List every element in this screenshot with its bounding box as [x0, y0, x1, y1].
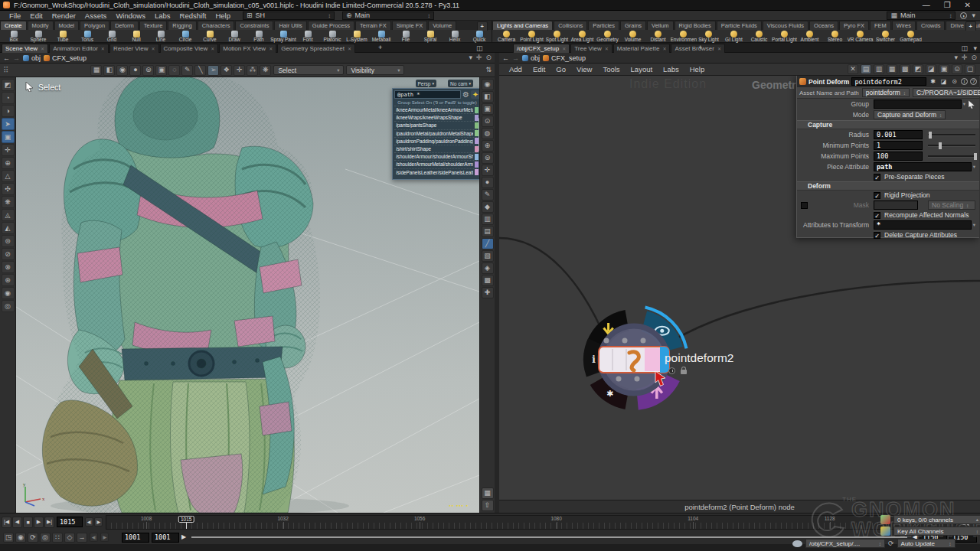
menu-item[interactable]: File	[5, 11, 25, 20]
maximum-points-slider[interactable]	[928, 155, 975, 158]
range-step-fwd-icon[interactable]: |▶	[100, 533, 109, 542]
mask-scaling-dropdown[interactable]: No Scaling↕	[928, 201, 975, 210]
node-name-label[interactable]: pointdeform2	[665, 351, 733, 365]
display-option-icon[interactable]: ◉	[482, 79, 494, 90]
group-list-item[interactable]: /shirt/shirtShape	[394, 145, 479, 152]
shelf-tool[interactable]: Point Light	[519, 30, 544, 43]
dropdown-arrow-icon[interactable]: ▾	[469, 54, 472, 61]
network-editor-canvas[interactable]: Indie Edition Geometry i ✱	[499, 76, 980, 500]
shelf-tool[interactable]: Environment Light	[671, 30, 696, 43]
visibility-dropdown[interactable]: Visibility▾	[346, 65, 404, 75]
gear-star-icon[interactable]: ✱	[929, 78, 937, 85]
help-icon[interactable]: ?	[970, 78, 977, 85]
pane-tab[interactable]: Motion FX View✕	[219, 44, 276, 53]
side-tool-icon[interactable]: ◬	[2, 209, 15, 221]
path-root[interactable]: obj	[522, 54, 540, 62]
shelf-tab[interactable]: Rigid Bodies	[675, 21, 716, 30]
scene-viewport[interactable]: Select Persp▾ No cam▾ @path * ⚙ ✦ Group …	[16, 77, 479, 513]
network-menu-item[interactable]: Layout	[626, 65, 658, 73]
radius-slider[interactable]	[928, 134, 975, 136]
close-tab-icon[interactable]: ✕	[348, 46, 351, 51]
refresh-icon[interactable]: ⟳	[888, 540, 894, 547]
viewport-tool-icon[interactable]: ▦	[90, 65, 102, 76]
network-menu-item[interactable]: View	[571, 65, 597, 73]
shelf-tab[interactable]: Crowds	[916, 21, 945, 30]
playbar-option-icon[interactable]: ∷	[52, 533, 63, 543]
lens-icon[interactable]: ⊙	[485, 54, 492, 61]
menu-item[interactable]: Labs	[150, 11, 175, 20]
playbar-option-icon[interactable]: ◎	[40, 533, 51, 543]
side-tool-icon[interactable]: ⊛	[2, 274, 15, 286]
shelf-tool[interactable]: Stereo Camera	[822, 30, 848, 43]
side-tool-icon[interactable]: △	[2, 170, 15, 182]
close-tab-icon[interactable]: ✕	[152, 46, 155, 51]
shelf-tab[interactable]: Polygon	[80, 21, 109, 30]
timeline-ruler[interactable]: 100810321056108011041128 1015	[106, 515, 956, 530]
shelf-tab[interactable]: Terrain FX	[355, 21, 391, 30]
shelf-tab[interactable]: Hair Utils	[274, 21, 306, 30]
shelf-tab[interactable]: FEM	[870, 21, 891, 30]
shelf-tool[interactable]: L-System	[345, 30, 369, 43]
network-toolbar-icon[interactable]: ▤	[861, 64, 871, 74]
shelf-tool[interactable]: Path	[247, 30, 271, 43]
group-filter-input[interactable]: @path *	[394, 90, 461, 99]
display-option-icon[interactable]: ◆	[482, 201, 494, 213]
network-menu-item[interactable]: Labs	[658, 65, 684, 73]
context-dropdown[interactable]: /obj/CFX_setup/....↕	[805, 539, 885, 548]
select-mode-dropdown[interactable]: Select▾	[273, 65, 344, 75]
pane-tab[interactable]: Composite View✕	[160, 44, 219, 53]
close-tab-icon[interactable]: ✕	[211, 46, 214, 51]
side-tool-icon[interactable]: ❋	[2, 196, 15, 208]
attributes-transform-field[interactable]: *	[874, 220, 972, 230]
shelf-tool[interactable]: Sky Light	[696, 30, 721, 43]
persp-view-label[interactable]: Persp▾	[416, 80, 437, 87]
close-button[interactable]: ✕	[965, 1, 971, 9]
shelf-tool[interactable]: Geometry Light	[595, 30, 620, 43]
pane-tab[interactable]: Tree View✕	[570, 44, 612, 53]
dropdown-arrow-icon[interactable]: ▾	[954, 54, 958, 61]
shelf-tab[interactable]: Lights and Cameras	[492, 21, 553, 30]
network-toolbar-icon[interactable]: ▦	[887, 64, 897, 74]
viewport-tool-icon[interactable]: ➢	[207, 65, 219, 76]
radius-field[interactable]: 0.001	[874, 130, 923, 139]
network-toolbar-icon[interactable]: ▥	[874, 64, 884, 74]
range-handle-left-icon[interactable]: ▶	[181, 534, 186, 540]
shelf-tool[interactable]: File	[394, 30, 418, 43]
desktop-selector-right[interactable]: ▦Main↕	[887, 11, 956, 20]
display-option-icon[interactable]: ▥	[482, 214, 494, 225]
display-option-icon[interactable]: ╱	[482, 238, 494, 249]
delete-capture-checkbox[interactable]: ✓	[874, 232, 880, 239]
dropdown-arrow-icon[interactable]: ▾	[963, 101, 965, 107]
toolbar-expand-icon[interactable]: ⇅	[485, 67, 492, 73]
shelf-tool[interactable]: Spiral	[418, 30, 443, 43]
forward-arrow-icon[interactable]: →	[13, 54, 20, 62]
forward-arrow-icon[interactable]: →	[512, 54, 519, 62]
shelf-tool[interactable]: Portal Light	[772, 30, 797, 43]
shelf-tool[interactable]: Area Light	[570, 30, 595, 43]
network-menu-item[interactable]: Go	[550, 65, 571, 73]
playback-start-field[interactable]: 1001	[152, 533, 179, 543]
add-shelf-tab-button[interactable]: +	[965, 21, 976, 31]
shelf-tab[interactable]: Viscous Fluids	[763, 21, 808, 30]
shelf-tab[interactable]: Guide Process	[308, 21, 354, 30]
menu-item[interactable]: Assets	[80, 11, 112, 20]
shelf-tool[interactable]: Curve Bezier	[198, 30, 222, 43]
pick-arrow-icon[interactable]	[968, 100, 975, 109]
message-bubble-icon[interactable]	[792, 540, 802, 547]
dropdown-arrow-icon[interactable]: ▾	[973, 222, 975, 228]
desktop-selector[interactable]: ⊕Main↕	[342, 11, 434, 20]
close-tab-icon[interactable]: ✕	[101, 46, 105, 51]
side-tool-icon[interactable]: ◩	[2, 79, 15, 91]
side-tool-icon[interactable]: ◉	[2, 287, 15, 299]
stop-icon[interactable]: ■	[23, 517, 33, 528]
toolbar-handle[interactable]: ⠿	[3, 66, 9, 74]
network-toolbar-icon[interactable]: ▣	[939, 64, 949, 74]
side-tool-icon[interactable]: ⊘	[2, 248, 15, 260]
network-toolbar-icon[interactable]: ◩	[913, 64, 923, 74]
minimum-points-slider[interactable]	[928, 145, 975, 147]
dropdown-arrow-icon[interactable]: ▾	[973, 164, 975, 170]
group-list-item[interactable]: /kneeWraps/kneeWrapsShape	[394, 113, 479, 121]
viewport-tool-icon[interactable]: ▣	[155, 65, 167, 76]
display-option-icon[interactable]: ✎	[482, 189, 494, 201]
shelf-tab[interactable]: Rigging	[168, 21, 196, 30]
